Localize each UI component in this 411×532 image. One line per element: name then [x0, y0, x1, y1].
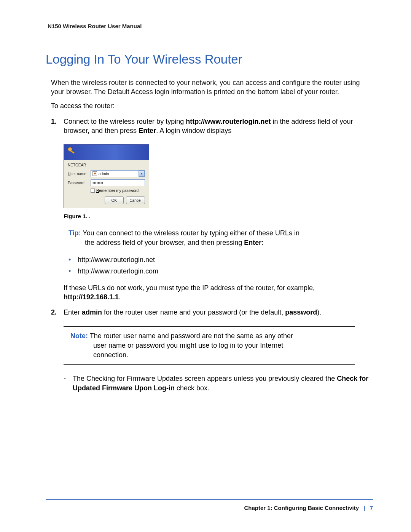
access-intro: To access the router: — [51, 102, 373, 110]
dialog-buttons: OK Cancel — [68, 197, 145, 204]
tip-block: Tip: You can connect to the wireless rou… — [68, 228, 373, 248]
step-2: 2. Enter admin for the router user name … — [51, 308, 373, 317]
remember-label: RRemember my passwordemember my password — [96, 189, 139, 193]
dash-list: - The Checking for Firmware Updates scre… — [64, 374, 373, 393]
note-line1-text: The router user name and password are no… — [90, 332, 293, 340]
dash-item-1: - The Checking for Firmware Updates scre… — [64, 374, 373, 393]
footer-chapter: Chapter 1: Configuring Basic Connectivit… — [244, 505, 359, 511]
dialog-body: NETGEAR User name: admin ▾ Password: •••… — [64, 160, 149, 208]
note-label: Note: — [70, 332, 88, 340]
page-footer: Chapter 1: Configuring Basic Connectivit… — [244, 505, 373, 511]
document-header: N150 Wireless Router User Manual — [48, 23, 373, 29]
step-2-a: Enter — [64, 308, 82, 316]
user-icon — [92, 171, 97, 176]
remember-checkbox[interactable] — [91, 189, 95, 193]
note-block: Note: The router user name and password … — [64, 326, 355, 365]
step-1-url-bold: http://www.routerlogin.net — [186, 118, 271, 125]
tip-enter-bold: Enter — [244, 239, 261, 246]
keys-icon — [67, 146, 77, 156]
username-value: admin — [99, 172, 109, 176]
step-1-text-c: . A login window displays — [156, 127, 231, 134]
step-2-number: 2. — [51, 308, 57, 317]
step-1-enter-bold: Enter — [139, 127, 156, 134]
ip-text: If these URLs do not work, you must type… — [64, 284, 315, 292]
ip-dot: . — [119, 293, 121, 301]
svg-rect-1 — [70, 150, 74, 153]
dialog-brand: NETGEAR — [68, 163, 145, 167]
url-list: http://www.routerlogin.net http://www.ro… — [68, 254, 373, 277]
tip-line2: the address field of your browser, and t… — [85, 239, 244, 246]
step-1-text-a: Connect to the wireless router by typing — [64, 118, 186, 125]
step-1-number: 1. — [51, 117, 57, 126]
page-heading: Logging In To Your Wireless Router — [46, 52, 373, 67]
tip-colon: : — [261, 239, 263, 246]
password-input[interactable]: •••••••• — [91, 179, 145, 186]
url-item-2: http://www.routerlogin.com — [68, 265, 373, 277]
footer-separator: | — [363, 505, 365, 511]
login-dialog: NETGEAR User name: admin ▾ Password: •••… — [64, 144, 149, 208]
figure-caption: Figure 1. . — [64, 213, 373, 219]
ip-bold: http://192.168.1.1 — [64, 293, 119, 301]
password-row: Password: •••••••• — [68, 179, 145, 186]
tip-line1-text: You can connect to the wireless router b… — [83, 229, 299, 237]
step-1: 1. Connect to the wireless router by typ… — [51, 117, 373, 136]
cancel-button[interactable]: Cancel — [126, 197, 145, 204]
step-2-c: ). — [317, 308, 321, 316]
footer-divider — [46, 499, 373, 500]
remember-row: RRemember my passwordemember my password — [91, 189, 145, 193]
url-item-1: http://www.routerlogin.net — [68, 254, 373, 266]
step-2-pw-bold: password — [285, 308, 317, 316]
username-label: User name: — [68, 172, 91, 176]
dash-text-a: The Checking for Firmware Updates screen… — [73, 375, 337, 382]
ok-button[interactable]: OK — [105, 197, 124, 204]
password-label: Password: — [68, 181, 91, 185]
dash-marker: - — [64, 374, 66, 383]
ip-paragraph: If these URLs do not work, you must type… — [64, 283, 373, 302]
step-2-admin-bold: admin — [82, 308, 102, 316]
username-input[interactable]: admin ▾ — [91, 170, 145, 177]
dialog-titlebar — [64, 145, 149, 160]
dash-text-b: check box. — [175, 384, 209, 392]
step-2-b: for the router user name and your passwo… — [102, 308, 285, 316]
footer-page-number: 7 — [370, 505, 373, 511]
note-line2: user name or password you might use to l… — [93, 341, 355, 350]
note-line3: connection. — [93, 350, 355, 360]
username-row: User name: admin ▾ — [68, 170, 145, 177]
intro-paragraph: When the wireless router is connected to… — [51, 78, 373, 97]
dropdown-arrow-icon[interactable]: ▾ — [139, 171, 145, 177]
tip-label: Tip: — [68, 229, 81, 237]
password-value: •••••••• — [92, 181, 103, 185]
